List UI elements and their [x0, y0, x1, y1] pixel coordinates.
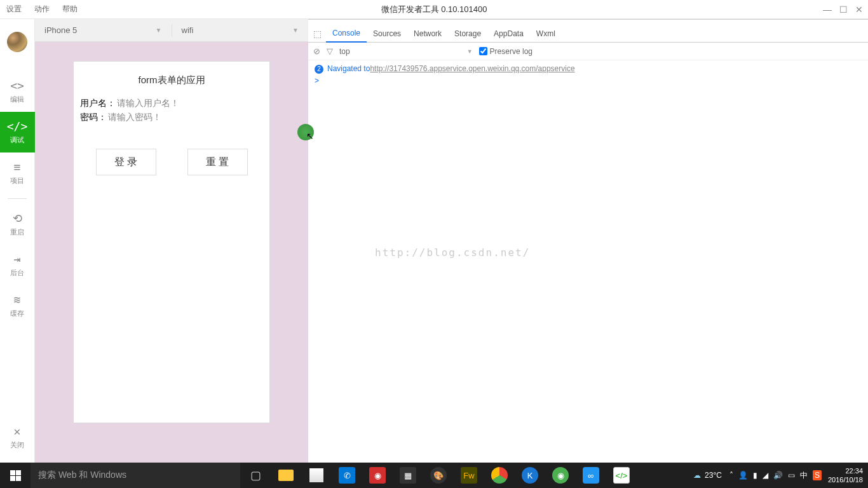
network-select[interactable]: wifi ▼: [172, 25, 309, 35]
filter-icon[interactable]: ▽: [327, 46, 333, 56]
menu-lines-icon: ≡: [14, 160, 21, 173]
sidebar-edit[interactable]: <> 编辑: [0, 71, 35, 112]
console-output: 2 Navigated to http://317439576.appservi…: [308, 60, 868, 89]
start-button[interactable]: [0, 463, 31, 488]
divider: [8, 198, 27, 199]
app-icon-cloud[interactable]: ∞: [576, 463, 606, 488]
code-icon: <>: [10, 79, 24, 92]
devtools-taskbar-icon[interactable]: </>: [606, 463, 637, 488]
tray-chevron-icon[interactable]: ˄: [729, 471, 733, 480]
tab-sources[interactable]: Sources: [367, 25, 407, 43]
menubar: 设置 动作 帮助 微信开发者工具 0.10.101400 — ☐ ✕: [0, 0, 868, 19]
cursor-icon: ↖: [306, 131, 314, 141]
context-select[interactable]: top ▼: [339, 47, 473, 56]
tray-volume-icon[interactable]: 🔊: [773, 471, 783, 480]
explorer-icon[interactable]: [271, 463, 301, 488]
sidebar-restart[interactable]: ⟲ 重启: [0, 204, 35, 245]
close-icon[interactable]: ✕: [855, 4, 863, 15]
chevron-down-icon: ▼: [467, 48, 473, 55]
sidebar: <> 编辑 </> 调试 ≡ 项目 ⟲ 重启 ⇥ 后台 ≋ 缓存 ✕ 关闭: [0, 19, 35, 463]
chevron-down-icon: ▼: [292, 27, 299, 34]
password-input[interactable]: 请输入密码！: [108, 112, 161, 123]
tray-people-icon[interactable]: 👤: [738, 471, 748, 480]
watermark: http://blog.csdn.net/: [375, 247, 530, 259]
tray-wifi-icon[interactable]: ◢: [763, 471, 768, 480]
windows-icon: [10, 470, 21, 481]
task-icons: ▢ ✆ ◉ ▦ 🎨 Fw K ◉ ∞ </>: [240, 463, 637, 488]
button-row: 登 录 重 置: [80, 149, 263, 175]
window-title: 微信开发者工具 0.10.101400: [381, 4, 487, 15]
console-message: 2 Navigated to http://317439576.appservi…: [315, 64, 862, 74]
info-badge-icon: 2: [315, 65, 323, 74]
date: 2016/10/18: [828, 475, 863, 484]
menu-settings[interactable]: 设置: [6, 4, 22, 15]
nav-text: Navigated to: [327, 64, 370, 73]
temperature[interactable]: 23°C: [705, 471, 722, 480]
simulator-panel: iPhone 5 ▼ wifi ▼ form表单的应用 用户名： 请输入用户名！…: [35, 19, 308, 463]
app-title: form表单的应用: [80, 74, 263, 86]
app-icon-k[interactable]: K: [515, 463, 545, 488]
weather-icon[interactable]: ☁: [693, 471, 701, 480]
system-tray: ☁ 23°C ˄ 👤 ▮ ◢ 🔊 ▭ 中 S 22:34 2016/10/18: [693, 466, 868, 484]
sidebar-close[interactable]: ✕ 关闭: [0, 417, 35, 463]
store-icon[interactable]: [301, 463, 332, 488]
tray-notification-icon[interactable]: ▭: [788, 471, 795, 480]
inspect-icon[interactable]: ⬚: [308, 29, 326, 39]
menu-actions[interactable]: 动作: [34, 4, 50, 15]
search-input[interactable]: 搜索 Web 和 Windows: [31, 463, 240, 488]
sidebar-project[interactable]: ≡ 项目: [0, 152, 35, 193]
device-select[interactable]: iPhone 5 ▼: [35, 25, 172, 35]
password-row: 密码： 请输入密码！: [80, 112, 263, 123]
reset-button[interactable]: 重 置: [187, 149, 248, 175]
preserve-log-checkbox[interactable]: Preserve log: [479, 47, 532, 56]
password-label: 密码：: [80, 112, 107, 123]
fireworks-icon[interactable]: Fw: [454, 463, 484, 488]
console-prompt[interactable]: >: [315, 76, 862, 85]
sidebar-debug[interactable]: </> 调试: [0, 112, 35, 152]
split-icon: ⇥: [14, 252, 21, 266]
close-x-icon: ✕: [14, 424, 21, 438]
taskview-icon[interactable]: ▢: [240, 463, 271, 488]
maximize-icon[interactable]: ☐: [839, 4, 848, 15]
clear-icon[interactable]: ⊘: [313, 46, 320, 56]
sidebar-cache[interactable]: ≋ 缓存: [0, 285, 35, 326]
tray-sogou-icon[interactable]: S: [813, 470, 822, 480]
tab-storage[interactable]: Storage: [448, 25, 487, 43]
sidebar-background[interactable]: ⇥ 后台: [0, 245, 35, 285]
app-icon-1[interactable]: ✆: [332, 463, 362, 488]
simulator-toolbar: iPhone 5 ▼ wifi ▼: [35, 19, 308, 42]
restart-icon: ⟲: [13, 212, 22, 225]
menu-help[interactable]: 帮助: [62, 4, 78, 15]
tab-appdata[interactable]: AppData: [487, 25, 530, 43]
tab-wxml[interactable]: Wxml: [530, 25, 562, 43]
nav-url[interactable]: http://317439576.appservice.open.weixin.…: [370, 64, 574, 73]
username-row: 用户名： 请输入用户名！: [80, 98, 263, 109]
window-controls: — ☐ ✕: [823, 4, 863, 15]
chevron-down-icon: ▼: [156, 27, 162, 34]
phone-preview: form表单的应用 用户名： 请输入用户名！ 密码： 请输入密码！ 登 录 重 …: [73, 61, 270, 423]
devtools-panel: ⬚ Console Sources Network Storage AppDat…: [308, 19, 868, 463]
console-filter-bar: ⊘ ▽ top ▼ Preserve log: [308, 43, 868, 60]
minimize-icon[interactable]: —: [823, 4, 832, 15]
avatar[interactable]: [7, 32, 27, 52]
app-icon-green[interactable]: ◉: [545, 463, 576, 488]
clock[interactable]: 22:34 2016/10/18: [828, 466, 863, 484]
username-label: 用户名：: [80, 98, 116, 109]
tray-battery-icon[interactable]: ▮: [753, 471, 757, 480]
time: 22:34: [828, 466, 863, 475]
layers-icon: ≋: [14, 293, 21, 306]
app-icon-2[interactable]: ◉: [362, 463, 393, 488]
tab-console[interactable]: Console: [326, 25, 367, 43]
login-button[interactable]: 登 录: [96, 149, 156, 175]
tray-ime-icon[interactable]: 中: [800, 470, 808, 481]
tab-network[interactable]: Network: [407, 25, 448, 43]
calculator-icon[interactable]: ▦: [393, 463, 423, 488]
username-input[interactable]: 请输入用户名！: [117, 98, 179, 109]
taskbar: 搜索 Web 和 Windows ▢ ✆ ◉ ▦ 🎨 Fw K ◉ ∞ </> …: [0, 463, 868, 488]
paint-icon[interactable]: 🎨: [423, 463, 454, 488]
devtools-tabs: ⬚ Console Sources Network Storage AppDat…: [308, 25, 868, 43]
debug-icon: </>: [7, 119, 28, 133]
chrome-icon[interactable]: [484, 463, 515, 488]
